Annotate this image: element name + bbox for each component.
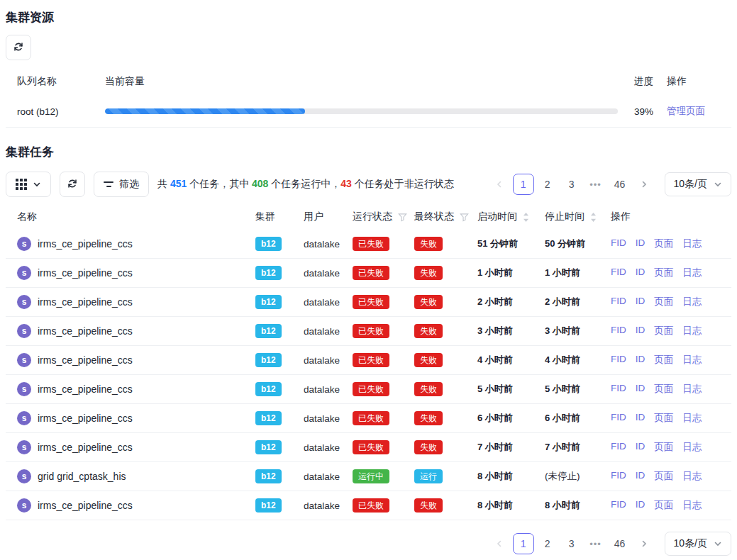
filter-funnel-icon[interactable] xyxy=(398,213,407,222)
fid-link[interactable]: FID xyxy=(611,441,626,454)
cluster-badge: b12 xyxy=(255,469,282,483)
cluster-badge: b12 xyxy=(255,295,282,309)
sort-icon[interactable] xyxy=(523,212,529,223)
log-link[interactable]: 日志 xyxy=(682,325,702,337)
filter-funnel-icon[interactable] xyxy=(460,213,469,222)
fid-link[interactable]: FID xyxy=(611,325,626,337)
page-link[interactable]: 页面 xyxy=(654,267,673,279)
id-link[interactable]: ID xyxy=(636,441,645,454)
col-user: 用户 xyxy=(304,211,353,223)
table-row: s irms_ce_pipeline_ccs b12 datalake 已失败 … xyxy=(6,491,731,520)
prev-page-icon[interactable] xyxy=(489,174,510,195)
page-size-select[interactable]: 10条/页 xyxy=(665,172,731,196)
row-operations: FID ID 页面 日志 xyxy=(611,354,731,366)
page-1-button[interactable]: 1 xyxy=(513,533,534,554)
refresh-icon xyxy=(13,41,24,55)
page-2-button[interactable]: 2 xyxy=(537,533,558,554)
filter-button-label: 筛选 xyxy=(119,178,139,191)
page-link[interactable]: 页面 xyxy=(654,499,673,512)
resources-row: root (b12) 39% 管理页面 xyxy=(6,96,731,128)
log-link[interactable]: 日志 xyxy=(682,441,702,454)
page-2-button[interactable]: 2 xyxy=(537,174,558,195)
log-link[interactable]: 日志 xyxy=(682,354,702,366)
id-link[interactable]: ID xyxy=(636,470,645,483)
page-last-button[interactable]: 46 xyxy=(609,174,631,195)
tasks-toolbar: 筛选 共 451 个任务，其中 408 个任务运行中，43 个任务处于非运行状态… xyxy=(6,172,731,197)
page-1-button[interactable]: 1 xyxy=(513,174,534,195)
manage-page-link[interactable]: 管理页面 xyxy=(667,106,705,116)
id-link[interactable]: ID xyxy=(636,267,645,279)
next-page-icon[interactable] xyxy=(633,174,655,195)
next-page-icon[interactable] xyxy=(633,533,655,554)
id-link[interactable]: ID xyxy=(636,296,645,308)
stop-time: 4 小时前 xyxy=(545,354,611,366)
log-link[interactable]: 日志 xyxy=(682,267,702,279)
page-link[interactable]: 页面 xyxy=(654,412,673,425)
prev-page-icon[interactable] xyxy=(489,533,510,554)
id-link[interactable]: ID xyxy=(636,237,645,250)
sort-icon[interactable] xyxy=(590,212,597,223)
grid-icon xyxy=(16,179,27,190)
id-link[interactable]: ID xyxy=(636,383,645,396)
id-link[interactable]: ID xyxy=(636,354,645,366)
refresh-tasks-button[interactable] xyxy=(60,172,85,197)
row-operations: FID ID 页面 日志 xyxy=(611,267,731,279)
filter-button[interactable]: 筛选 xyxy=(94,172,149,197)
page-last-button[interactable]: 46 xyxy=(609,533,631,554)
task-name: irms_ce_pipeline_ccs xyxy=(38,238,133,250)
start-time: 4 小时前 xyxy=(477,354,545,366)
progress-value: 39% xyxy=(622,106,660,117)
column-settings-button[interactable] xyxy=(6,172,51,197)
fid-link[interactable]: FID xyxy=(611,267,626,279)
chevron-down-icon xyxy=(714,539,722,548)
start-time: 7 小时前 xyxy=(477,441,545,454)
page-link[interactable]: 页面 xyxy=(654,383,673,396)
cluster-badge: b12 xyxy=(255,324,282,338)
log-link[interactable]: 日志 xyxy=(682,237,702,250)
avatar: s xyxy=(17,295,31,309)
fid-link[interactable]: FID xyxy=(611,354,626,366)
fid-link[interactable]: FID xyxy=(611,412,626,425)
row-operations: FID ID 页面 日志 xyxy=(611,499,731,512)
run-status-badge: 已失败 xyxy=(353,324,389,338)
id-link[interactable]: ID xyxy=(636,499,645,512)
stop-time: 8 小时前 xyxy=(545,499,611,512)
page-link[interactable]: 页面 xyxy=(654,296,673,308)
fid-link[interactable]: FID xyxy=(611,470,626,483)
log-link[interactable]: 日志 xyxy=(682,470,702,483)
log-link[interactable]: 日志 xyxy=(682,296,702,308)
user-name: datalake xyxy=(304,239,353,250)
page: 集群资源 队列名称 当前容量 进度 操作 root (b12) 39% 管理页面 xyxy=(0,0,737,560)
log-link[interactable]: 日志 xyxy=(682,383,702,396)
col-run-status: 运行状态 xyxy=(353,211,392,223)
page-link[interactable]: 页面 xyxy=(654,325,673,337)
col-stop-time: 停止时间 xyxy=(545,211,584,223)
col-start-time: 启动时间 xyxy=(477,211,517,223)
id-link[interactable]: ID xyxy=(636,412,645,425)
task-name: irms_ce_pipeline_ccs xyxy=(38,325,133,337)
fid-link[interactable]: FID xyxy=(611,296,626,308)
table-row: s irms_ce_pipeline_ccs b12 datalake 已失败 … xyxy=(6,317,731,346)
tasks-table-body: s irms_ce_pipeline_ccs b12 datalake 已失败 … xyxy=(6,230,731,520)
start-time: 3 小时前 xyxy=(477,325,545,337)
avatar: s xyxy=(17,266,31,280)
fid-link[interactable]: FID xyxy=(611,383,626,396)
id-link[interactable]: ID xyxy=(636,325,645,337)
final-status-badge: 失败 xyxy=(414,498,443,513)
cluster-badge: b12 xyxy=(255,411,282,425)
resources-table: 队列名称 当前容量 进度 操作 root (b12) 39% 管理页面 xyxy=(6,67,731,128)
page-3-button[interactable]: 3 xyxy=(561,174,582,195)
page-link[interactable]: 页面 xyxy=(654,354,673,366)
page-link[interactable]: 页面 xyxy=(654,237,673,250)
log-link[interactable]: 日志 xyxy=(682,412,702,425)
fid-link[interactable]: FID xyxy=(611,499,626,512)
page-3-button[interactable]: 3 xyxy=(561,533,582,554)
refresh-resources-button[interactable] xyxy=(6,35,31,60)
log-link[interactable]: 日志 xyxy=(682,499,702,512)
fid-link[interactable]: FID xyxy=(611,237,626,250)
page-link[interactable]: 页面 xyxy=(654,441,673,454)
cluster-tasks-section: 集群任务 筛选 共 451 个任务，其中 408 xyxy=(6,145,731,556)
page-link[interactable]: 页面 xyxy=(654,470,673,483)
cluster-badge: b12 xyxy=(255,353,282,367)
page-size-select[interactable]: 10条/页 xyxy=(665,532,731,556)
